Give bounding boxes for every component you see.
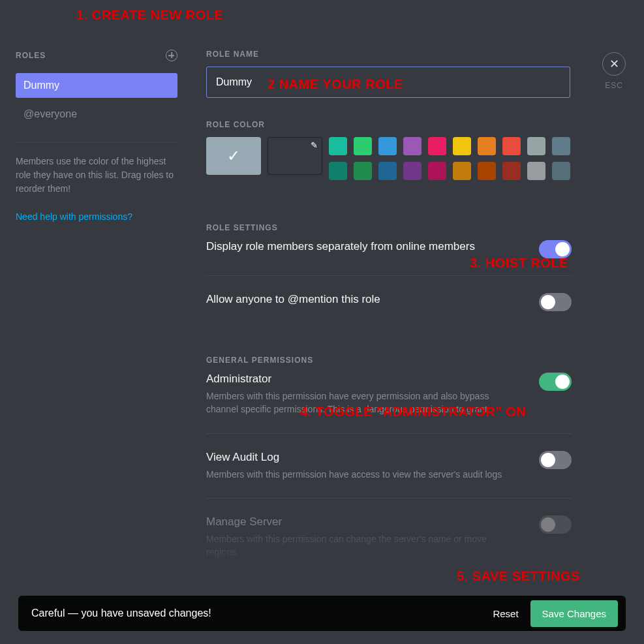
role-editor: ROLE NAME ROLE COLOR ✓ ✎ ROLE SETTINGS D… <box>206 50 572 575</box>
role-settings-label: ROLE SETTINGS <box>206 223 572 232</box>
color-row-2 <box>329 162 570 180</box>
color-swatch[interactable] <box>453 162 471 180</box>
color-swatch[interactable] <box>354 162 372 180</box>
save-changes-button[interactable]: Save Changes <box>530 600 618 627</box>
reset-button[interactable]: Reset <box>481 602 530 626</box>
manage-desc: Members with this permission can change … <box>206 532 519 559</box>
color-swatch[interactable] <box>329 137 347 155</box>
audit-desc: Members with this permission have access… <box>206 468 502 481</box>
admin-title: Administrator <box>206 373 519 386</box>
close-icon: ✕ <box>609 58 619 70</box>
color-swatch[interactable] <box>502 162 521 180</box>
role-item-dummy[interactable]: Dummy <box>16 73 177 98</box>
admin-toggle[interactable] <box>539 373 572 391</box>
mention-toggle[interactable] <box>539 293 572 311</box>
sidebar-title: ROLES <box>16 51 46 60</box>
unsaved-text: Careful — you have unsaved changes! <box>31 607 481 619</box>
general-permissions-label: GENERAL PERMISSIONS <box>206 356 572 365</box>
role-name-input[interactable] <box>206 67 570 98</box>
color-default-selected[interactable]: ✓ <box>206 137 261 175</box>
esc-label: ESC <box>605 81 623 90</box>
color-swatch[interactable] <box>527 137 545 155</box>
divider <box>206 275 572 276</box>
hoist-toggle[interactable] <box>539 240 572 258</box>
color-swatch[interactable] <box>453 137 471 155</box>
roles-sidebar: ROLES Dummy @everyone Members use the co… <box>16 50 177 222</box>
role-item-everyone[interactable]: @everyone <box>16 102 177 127</box>
color-swatch[interactable] <box>478 162 496 180</box>
eyedropper-icon: ✎ <box>311 140 318 150</box>
unsaved-changes-bar: Careful — you have unsaved changes! Rese… <box>18 596 626 631</box>
hoist-title: Display role members separately from onl… <box>206 240 475 253</box>
color-swatch[interactable] <box>502 137 521 155</box>
annotation-1: 1. CREATE NEW ROLE <box>76 8 223 23</box>
color-swatch[interactable] <box>527 162 545 180</box>
color-swatch[interactable] <box>403 137 422 155</box>
add-role-button[interactable] <box>166 50 177 61</box>
manage-title: Manage Server <box>206 515 519 529</box>
help-link[interactable]: Need help with permissions? <box>16 211 177 222</box>
close-button[interactable]: ✕ <box>602 52 626 76</box>
audit-toggle[interactable] <box>539 451 572 469</box>
role-color-label: ROLE COLOR <box>206 120 572 129</box>
role-name-label: ROLE NAME <box>206 50 572 59</box>
color-custom-picker[interactable]: ✎ <box>268 137 322 175</box>
manage-toggle[interactable] <box>539 515 572 534</box>
color-swatch[interactable] <box>378 137 397 155</box>
color-swatch[interactable] <box>478 137 496 155</box>
color-swatch[interactable] <box>403 162 422 180</box>
color-swatch[interactable] <box>354 137 372 155</box>
color-swatch[interactable] <box>552 162 570 180</box>
color-swatch[interactable] <box>428 162 446 180</box>
sidebar-note: Members use the color of the highest rol… <box>16 155 177 196</box>
color-swatch[interactable] <box>378 162 397 180</box>
checkmark-icon: ✓ <box>227 147 240 165</box>
divider <box>206 498 572 498</box>
color-row-1 <box>329 137 570 155</box>
audit-title: View Audit Log <box>206 451 502 464</box>
divider <box>16 142 177 143</box>
color-swatch[interactable] <box>552 137 570 155</box>
color-swatch[interactable] <box>329 162 347 180</box>
divider <box>206 433 572 434</box>
mention-title: Allow anyone to @mention this role <box>206 293 380 306</box>
color-swatch[interactable] <box>428 137 446 155</box>
admin-desc: Members with this permission have every … <box>206 390 519 416</box>
